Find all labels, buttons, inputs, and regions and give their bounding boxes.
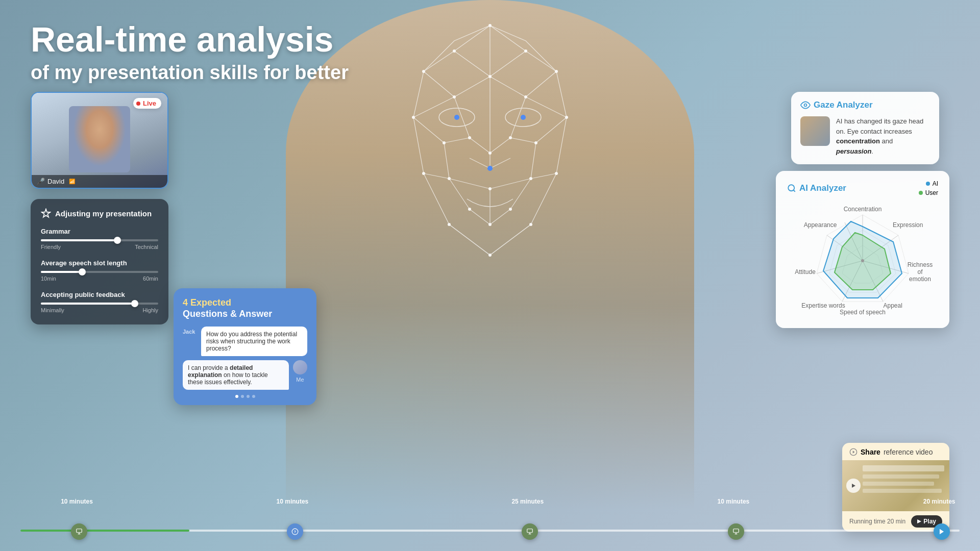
svg-line-23 <box>531 143 536 179</box>
presenter-name: David <box>47 178 64 185</box>
label-appeal: Appeal <box>884 302 902 309</box>
svg-rect-93 <box>527 529 533 533</box>
timeline-node-2[interactable]: 10 minutes ? <box>287 498 309 540</box>
svg-point-62 <box>488 223 492 226</box>
grammar-max: Technical <box>135 244 158 250</box>
svg-line-31 <box>470 209 490 224</box>
label-concentration: Concentration <box>844 206 882 213</box>
speech-max: 60min <box>143 276 158 282</box>
qa-dot-4[interactable] <box>252 395 255 398</box>
main-title-h1: Real-time analysis <box>31 20 349 59</box>
feedback-thumb <box>131 300 138 307</box>
feedback-track[interactable] <box>41 303 158 305</box>
svg-line-16 <box>470 138 490 153</box>
qa-dot-1[interactable] <box>235 395 238 398</box>
svg-point-51 <box>509 136 512 139</box>
svg-point-64 <box>529 223 532 226</box>
qa-answer-bubble: I can provide a detailed explanation on … <box>183 360 289 390</box>
radar-chart-container: Concentration Expression Richness ofemot… <box>787 205 938 317</box>
qa-answer-row: Me I can provide a detailed explanation … <box>183 360 307 390</box>
feedback-max: Highly <box>142 307 158 313</box>
timeline-bar <box>20 530 960 532</box>
live-label: Live <box>143 99 156 107</box>
presenter-icon-2 <box>526 528 533 535</box>
svg-point-52 <box>443 141 446 144</box>
svg-point-63 <box>448 223 451 226</box>
qa-answer-intro: I can provide a <box>188 364 228 371</box>
svg-line-6 <box>424 51 454 71</box>
speech-min: 10min <box>41 276 56 282</box>
qa-title-line2: Questions & Answer <box>183 309 272 319</box>
timeline-node-1[interactable]: 10 minutes <box>71 498 93 540</box>
feedback-min: Minimally <box>41 307 64 313</box>
svg-line-34 <box>449 224 490 255</box>
speech-track[interactable] <box>41 271 158 273</box>
legend-user: User <box>919 189 938 196</box>
timeline-node-4[interactable]: 10 minutes <box>728 498 750 540</box>
svg-point-67 <box>521 115 526 120</box>
svg-point-44 <box>555 70 558 73</box>
timeline-node-5[interactable]: 20 minutes <box>934 498 955 540</box>
grammar-track[interactable] <box>41 239 158 241</box>
ai-legend: AI User <box>919 180 938 196</box>
label-appearance: Appearance <box>804 221 837 229</box>
gaze-analyzer-card: Gaze Analyzer AI has changed its gaze he… <box>791 92 939 164</box>
legend-user-label: User <box>925 189 938 196</box>
svg-point-60 <box>468 208 471 211</box>
speech-fill <box>41 271 82 273</box>
qa-dot-3[interactable] <box>247 395 250 398</box>
radar-axis-labels: Concentration Expression Richness ofemot… <box>787 205 938 317</box>
grammar-thumb <box>114 237 121 244</box>
svg-marker-85 <box>853 450 855 453</box>
svg-point-49 <box>524 95 527 98</box>
label-expression: Expression <box>893 221 923 229</box>
share-card-header: Share reference video <box>842 443 949 460</box>
feedback-slider-group: Accepting public feedback Minimally High… <box>41 291 158 313</box>
main-title-h2: of my presentation skills for better <box>31 62 349 84</box>
svg-point-56 <box>488 152 492 155</box>
qa-messages: Jack How do you address the potential ri… <box>183 327 307 390</box>
legend-ai-label: AI <box>933 180 938 187</box>
gaze-text-before: AI has changed its gaze head on. Eye con… <box>836 117 923 135</box>
feedback-fill <box>41 303 135 305</box>
gaze-text-after: . <box>871 147 873 155</box>
share-play-overlay[interactable] <box>846 479 861 493</box>
adjust-card-title: Adjusting my presentation <box>41 208 158 218</box>
ai-title-text: AI Analyzer <box>799 183 846 193</box>
qa-pagination-dots <box>183 395 307 398</box>
svg-point-70 <box>788 185 794 191</box>
legend-ai: AI <box>926 180 938 187</box>
qa-question-bubble: How do you address the potential risks w… <box>201 327 307 356</box>
svg-point-66 <box>454 115 459 120</box>
gaze-card-title: Gaze Analyzer <box>800 100 930 110</box>
sparkle-icon <box>41 208 51 218</box>
live-name-bar: 🎤 David 📶 <box>32 175 167 188</box>
speech-slider-group: Average speech slot length 10min 60min <box>41 259 158 282</box>
adjust-presentation-card: Adjusting my presentation Grammar Friend… <box>31 199 168 324</box>
svg-point-65 <box>488 254 492 257</box>
svg-point-48 <box>453 95 456 98</box>
svg-line-33 <box>490 224 531 255</box>
timeline-node-3[interactable]: 25 minutes <box>522 498 544 540</box>
qa-count: 4 <box>183 297 188 308</box>
label-attitude: Attitude <box>795 268 816 276</box>
svg-point-61 <box>509 208 512 211</box>
svg-point-59 <box>488 187 492 190</box>
svg-marker-99 <box>940 529 944 535</box>
live-video-card: Live 🎤 David 📶 <box>31 92 168 189</box>
legend-ai-dot <box>926 182 930 186</box>
svg-line-11 <box>490 77 526 97</box>
qa-dot-2[interactable] <box>241 395 244 398</box>
svg-line-17 <box>490 138 510 153</box>
svg-line-38 <box>470 158 490 168</box>
qa-icon: ? <box>291 528 299 535</box>
svg-point-46 <box>565 116 568 119</box>
qa-me-label: Me <box>296 375 304 383</box>
svg-line-21 <box>510 138 536 143</box>
svg-line-5 <box>490 51 526 77</box>
live-dot <box>136 102 140 106</box>
label-richness: Richness ofemotion <box>908 261 933 283</box>
ai-card-header: AI Analyzer AI User <box>787 180 938 196</box>
eye-icon <box>800 100 811 110</box>
live-badge: Live <box>133 98 161 109</box>
